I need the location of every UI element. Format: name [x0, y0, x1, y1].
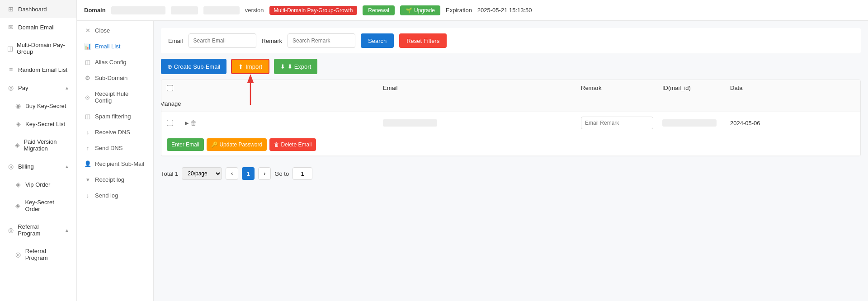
export-label: ⬇ Export: [288, 63, 311, 70]
row-expand-cell[interactable]: ▶ 🗑: [179, 115, 377, 131]
col-remark: Remark: [576, 80, 657, 96]
goto-label: Go to: [274, 170, 289, 177]
filter-bar: Email Remark Search Reset Filters: [161, 28, 861, 53]
upgrade-button[interactable]: 🌱 Upgrade: [400, 5, 440, 15]
sidebar-item-pay[interactable]: ◎ Pay ▲: [0, 79, 76, 97]
search-button[interactable]: Search: [361, 33, 394, 48]
next-page-button[interactable]: ›: [258, 167, 271, 180]
send-log-icon: ↓: [84, 192, 91, 199]
import-btn-wrapper: ⬆ Import: [231, 59, 269, 74]
sidebar-item-key-secret-order[interactable]: ◈ Key-Secret Order: [0, 193, 76, 218]
domain-label: Domain: [84, 7, 106, 14]
update-password-button[interactable]: 🔑 Update Password: [207, 138, 267, 151]
create-sub-email-button[interactable]: ⊕ Create Sub-Email: [161, 59, 226, 74]
sidebar-item-label: Buy Key-Secret: [25, 103, 66, 109]
email-table: Email Remark ID(mail_id) Data Manage: [161, 80, 861, 156]
domain-value-3: [203, 6, 240, 14]
receipt-log-icon: ▾: [84, 176, 91, 183]
select-all-checkbox[interactable]: [167, 85, 173, 91]
sub-sidebar-send-log[interactable]: ↓ Send log: [77, 188, 153, 203]
trash-icon[interactable]: 🗑: [190, 119, 197, 127]
close-icon: ✕: [84, 27, 91, 34]
expand-icon[interactable]: ▶: [185, 120, 189, 126]
row-checkbox[interactable]: [167, 120, 173, 126]
sidebar-item-referral[interactable]: ◎ Referral Program ▲: [0, 218, 76, 242]
remark-filter-label: Remark: [262, 38, 283, 44]
row-checkbox-cell: [161, 115, 179, 131]
pay-icon: ◎: [7, 84, 14, 91]
domain-value-2: [171, 6, 198, 14]
sub-sidebar-receipt-rule[interactable]: ⊙ Receipt Rule Config: [77, 86, 153, 108]
sidebar-item-domain-email[interactable]: ✉ Domain Email: [0, 18, 76, 36]
sub-label: Email List: [95, 43, 120, 50]
delete-email-button[interactable]: 🗑 Delete Email: [269, 138, 316, 151]
prev-page-button[interactable]: ‹: [226, 167, 238, 180]
multi-domain-icon: ◫: [7, 45, 13, 52]
enter-email-button[interactable]: Enter Email: [167, 138, 204, 151]
sidebar-item-label: Dashboard: [18, 6, 47, 13]
table-row: ▶ 🗑 2024-05-06: [161, 112, 860, 156]
import-button[interactable]: ⬆ Import: [231, 59, 269, 74]
delete-icon: 🗑: [274, 141, 279, 148]
email-search-input[interactable]: [189, 33, 256, 48]
col-data: Data: [725, 80, 860, 96]
row-manage-cell: Enter Email 🔑 Update Password 🗑 Delete E…: [161, 134, 179, 155]
data-value: 2024-05-06: [730, 120, 760, 127]
page-1-button[interactable]: 1: [242, 167, 255, 180]
sidebar-item-random-email[interactable]: ≡ Random Email List: [0, 61, 76, 79]
receipt-rule-icon: ⊙: [84, 94, 91, 101]
sidebar-item-vip-order[interactable]: ◈ Vip Order: [0, 175, 76, 193]
alias-icon: ◫: [84, 59, 91, 66]
sidebar-item-paid-version[interactable]: ◈ Paid Version Migration: [0, 133, 76, 157]
page-size-select[interactable]: 20/page 10/page 50/page 100/page: [182, 167, 222, 180]
id-blurred-value: [662, 119, 717, 127]
export-icon: ⬇: [280, 63, 285, 70]
col-id: ID(mail_id): [657, 80, 725, 96]
paid-version-icon: ◈: [14, 141, 20, 149]
renewal-button[interactable]: Renewal: [363, 5, 395, 15]
import-label: Import: [245, 63, 262, 70]
sidebar-item-referral-prog[interactable]: ◎ Referral Program: [0, 242, 76, 267]
sidebar-item-label: Domain Email: [18, 24, 55, 31]
random-icon: ≡: [7, 66, 14, 73]
sidebar-item-billing[interactable]: ◎ Billing ▲: [0, 157, 76, 175]
sidebar-item-label: Billing: [18, 163, 34, 170]
sub-sidebar-subdomain[interactable]: ⚙ Sub-Domain: [77, 70, 153, 86]
goto-page-input[interactable]: [292, 167, 312, 180]
sidebar-item-buy-key[interactable]: ◉ Buy Key-Secret: [0, 97, 76, 115]
export-button[interactable]: ⬇ ⬇ Export: [274, 59, 317, 74]
action-bar: ⊕ Create Sub-Email ⬆ Import: [161, 59, 861, 74]
row-remark-cell: [576, 112, 657, 134]
sub-sidebar-alias[interactable]: ◫ Alias Config: [77, 54, 153, 70]
manage-buttons: Enter Email 🔑 Update Password 🗑 Delete E…: [167, 138, 316, 151]
key-icon: 🔑: [211, 141, 218, 148]
referral-icon: ◎: [7, 226, 14, 234]
domain-value-1: [111, 6, 165, 14]
col-expand: [179, 80, 377, 96]
sidebar-item-label: Paid Version Migration: [24, 138, 69, 152]
sub-sidebar-receipt-log[interactable]: ▾ Receipt log: [77, 172, 153, 188]
sidebar-item-key-secret-list[interactable]: ◈ Key-Secret List: [0, 115, 76, 133]
sidebar-item-multi-domain[interactable]: ◫ Multi-Domain Pay-Group: [0, 36, 76, 61]
sub-sidebar-receive-dns[interactable]: ↓ Receive DNS: [77, 124, 153, 140]
sub-sidebar-send-dns[interactable]: ↑ Send DNS: [77, 140, 153, 156]
sidebar-item-label: Referral Program: [25, 248, 69, 261]
remark-input[interactable]: [581, 117, 653, 129]
version-label: version: [245, 7, 264, 14]
reset-filters-button[interactable]: Reset Filters: [399, 33, 447, 48]
sub-label: Receipt log: [95, 176, 124, 183]
sub-label: Send DNS: [95, 145, 123, 151]
remark-search-input[interactable]: [288, 33, 355, 48]
sub-sidebar-email-list[interactable]: 📊 Email List: [77, 38, 153, 54]
table-header: Email Remark ID(mail_id) Data Manage: [161, 80, 860, 112]
upgrade-icon: 🌱: [406, 7, 412, 14]
spam-icon: ◫: [84, 113, 91, 120]
table-inner: Email Remark ID(mail_id) Data Manage: [161, 80, 860, 156]
sub-sidebar-recipient[interactable]: 👤 Recipient Sub-Mail: [77, 156, 153, 172]
sub-sidebar-spam[interactable]: ◫ Spam filtering: [77, 108, 153, 124]
send-dns-icon: ↑: [84, 145, 91, 151]
sub-sidebar-close[interactable]: ✕ Close: [77, 23, 153, 38]
sidebar-item-label: Key-Secret Order: [25, 199, 69, 212]
sidebar-item-dashboard[interactable]: ⊞ Dashboard: [0, 0, 76, 18]
sidebar-item-label: Key-Secret List: [25, 121, 65, 127]
